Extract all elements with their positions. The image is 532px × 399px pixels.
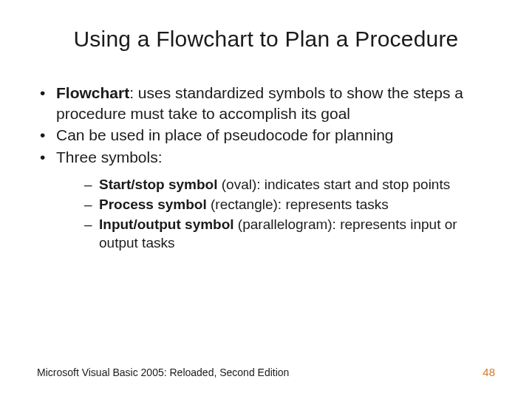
- sub-bullet-list: Start/stop symbol (oval): indicates star…: [56, 175, 495, 252]
- slide-title: Using a Flowchart to Plan a Procedure: [37, 27, 495, 52]
- bullet-3: Three symbols: Start/stop symbol (oval):…: [40, 147, 495, 252]
- bullet-3-text: Three symbols:: [56, 149, 163, 166]
- subbullet-2-rest: (rectangle): represents tasks: [207, 197, 389, 212]
- bullet-1-bold: Flowchart: [56, 84, 129, 101]
- footer: Microsoft Visual Basic 2005: Reloaded, S…: [37, 366, 495, 378]
- slide: Using a Flowchart to Plan a Procedure Fl…: [0, 0, 532, 399]
- subbullet-2: Process symbol (rectangle): represents t…: [84, 195, 495, 214]
- page-number: 48: [482, 366, 495, 378]
- subbullet-1: Start/stop symbol (oval): indicates star…: [84, 175, 495, 194]
- bullet-1: Flowchart: uses standardized symbols to …: [40, 83, 495, 123]
- subbullet-1-bold: Start/stop symbol: [99, 177, 217, 192]
- main-bullet-list: Flowchart: uses standardized symbols to …: [37, 83, 495, 252]
- subbullet-3-bold: Input/output symbol: [99, 216, 234, 232]
- subbullet-3: Input/output symbol (parallelogram): rep…: [84, 215, 495, 252]
- subbullet-1-rest: (oval): indicates start and stop points: [217, 177, 450, 192]
- footer-text: Microsoft Visual Basic 2005: Reloaded, S…: [37, 366, 289, 378]
- bullet-2-text: Can be used in place of pseudocode for p…: [56, 126, 394, 143]
- bullet-2: Can be used in place of pseudocode for p…: [40, 125, 495, 146]
- subbullet-2-bold: Process symbol: [99, 197, 207, 212]
